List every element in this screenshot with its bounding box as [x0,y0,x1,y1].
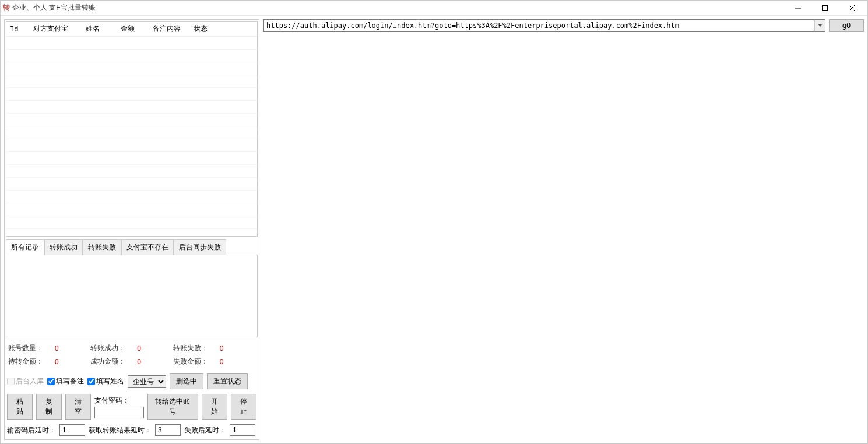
table-row[interactable] [6,216,257,229]
label-transfer-fail: 转账失败： [173,343,208,353]
url-input[interactable] [263,20,814,31]
label-after-fail-delay: 失败后延时： [184,425,226,435]
col-alipay[interactable]: 对方支付宝 [30,22,82,37]
col-amount[interactable]: 金额 [117,22,149,37]
delete-selected-button[interactable]: 删选中 [170,373,203,389]
table-row[interactable] [6,88,257,101]
table-row[interactable] [6,165,257,178]
stop-button[interactable]: 停止 [231,394,256,420]
value-fail-amount: 0 [220,358,224,366]
table-row[interactable] [6,191,257,203]
minimize-button[interactable] [785,1,811,16]
col-status[interactable]: 状态 [190,22,257,37]
left-panel: Id 对方支付宝 姓名 金额 备注内容 状态 所有记录 转账成功 转账失败 支 [4,19,259,440]
table-row[interactable] [6,37,257,50]
table-row[interactable] [6,101,257,114]
content-area: Id 对方支付宝 姓名 金额 备注内容 状态 所有记录 转账成功 转账失败 支 [1,16,867,443]
value-transfer-fail: 0 [220,344,224,353]
url-dropdown-icon[interactable] [814,20,825,31]
window-title: 企业、个人 支F宝批量转账 [12,3,785,13]
table-row[interactable] [6,50,257,62]
clear-button[interactable]: 清空 [65,394,91,420]
tab-fail[interactable]: 转账失败 [83,239,121,255]
get-result-delay-input[interactable] [155,424,181,436]
start-button[interactable]: 开始 [202,394,227,420]
log-textarea[interactable] [6,255,258,337]
paste-button[interactable]: 粘贴 [7,394,33,420]
table-row[interactable] [6,114,257,126]
col-remark[interactable]: 备注内容 [149,22,190,37]
table-row[interactable] [6,203,257,216]
pay-password-input[interactable] [94,407,144,418]
app-icon-label: 转 [3,3,10,13]
table-row[interactable] [6,178,257,191]
table-row[interactable] [6,75,257,88]
after-fail-delay-input[interactable] [230,424,255,436]
titlebar: 转 企业、个人 支F宝批量转账 [1,1,867,16]
svg-rect-1 [823,5,828,10]
value-transfer-success: 0 [137,344,141,353]
col-id[interactable]: Id [6,22,30,37]
tab-syncfail[interactable]: 后台同步失败 [174,239,226,255]
main-window: 转 企业、个人 支F宝批量转账 Id 对方支付宝 姓名 金额 备注内容 [0,0,868,444]
label-success-amount: 成功金额： [90,357,125,367]
label-transfer-success: 转账成功： [90,343,125,353]
label-after-password-delay: 输密码后延时： [7,425,56,435]
right-panel: gO [263,19,864,440]
close-button[interactable] [838,1,865,16]
table-row[interactable] [6,139,257,152]
label-get-result-delay: 获取转账结果延时： [89,425,152,435]
label-fail-amount: 失败金额： [173,357,208,367]
table-row[interactable] [6,152,257,165]
label-pending-amount: 待转金额： [8,357,43,367]
go-button[interactable]: gO [829,19,864,32]
window-controls [785,1,865,16]
value-pending-amount: 0 [55,358,59,366]
copy-button[interactable]: 复制 [36,394,62,420]
checkbox-backend-store[interactable]: 后台入库 [7,376,44,386]
log-tabs: 所有记录 转账成功 转账失败 支付宝不存在 后台同步失败 [6,239,258,255]
embedded-browser[interactable] [263,36,864,440]
checkbox-fill-remark[interactable]: 填写备注 [47,376,84,386]
url-combobox[interactable] [263,19,825,32]
table-row[interactable] [6,126,257,139]
transfer-table[interactable]: Id 对方支付宝 姓名 金额 备注内容 状态 [6,21,258,237]
tab-notexist[interactable]: 支付宝不存在 [121,239,174,255]
stats-grid: 账号数量：0 转账成功：0 转账失败：0 待转金额：0 成功金额：0 失败金额：… [6,343,258,367]
value-account-count: 0 [55,344,59,353]
label-account-count: 账号数量： [8,343,43,353]
account-type-select[interactable]: 企业号 [128,375,166,388]
svg-marker-4 [818,24,823,27]
tab-success[interactable]: 转账成功 [44,239,83,255]
label-fill-remark: 填写备注 [56,376,84,386]
label-fill-name: 填写姓名 [96,376,124,386]
after-password-delay-input[interactable] [59,424,85,436]
label-backend-store: 后台入库 [16,376,44,386]
checkbox-fill-name[interactable]: 填写姓名 [87,376,124,386]
table-row[interactable] [6,62,257,75]
tab-all[interactable]: 所有记录 [6,239,44,255]
label-pay-password: 支付密码： [94,396,144,406]
maximize-button[interactable] [811,1,838,16]
col-name[interactable]: 姓名 [82,22,117,37]
reset-status-button[interactable]: 重置状态 [207,373,248,389]
url-bar-row: gO [263,19,864,32]
transfer-selected-button[interactable]: 转给选中账号 [147,394,199,420]
value-success-amount: 0 [137,358,141,366]
